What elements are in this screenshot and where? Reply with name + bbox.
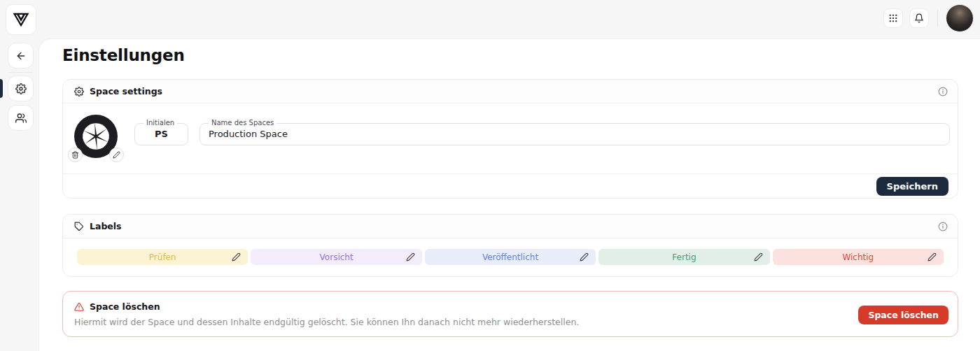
label-chip: Fertig [598, 249, 769, 265]
sidebar-back-button[interactable] [8, 43, 34, 69]
edit-avatar-button[interactable] [109, 148, 124, 162]
warning-triangle-icon [74, 302, 84, 312]
space-settings-card: Space settings [62, 79, 958, 199]
main-panel: Einstellungen Space settings [38, 38, 980, 351]
space-name-input[interactable] [207, 128, 942, 139]
sidebar-item-members[interactable] [8, 105, 34, 131]
labels-info-button[interactable] [937, 220, 949, 233]
labels-title: Labels [90, 221, 122, 231]
gear-icon [15, 83, 27, 94]
initials-field-label: Initialen [144, 120, 177, 127]
tag-icon [74, 222, 84, 231]
pencil-icon [927, 252, 937, 262]
arrow-left-icon [15, 50, 27, 62]
space-settings-header: Space settings [63, 80, 958, 103]
gear-icon [74, 87, 84, 96]
sidebar [0, 38, 38, 351]
notifications-button[interactable] [909, 8, 929, 28]
pencil-icon [113, 151, 120, 159]
remove-avatar-button[interactable] [68, 148, 83, 162]
pencil-icon [406, 252, 415, 262]
label-chip: Prüfen [77, 249, 248, 265]
save-button[interactable]: Speichern [876, 177, 948, 196]
sidebar-divider [8, 72, 33, 73]
label-chip: Wichtig [773, 249, 944, 265]
v-logo-icon [12, 10, 30, 29]
app-root: Einstellungen Space settings [0, 0, 980, 351]
bell-icon [914, 13, 924, 23]
sidebar-active-indicator [0, 79, 3, 98]
space-name-field: Name des Spaces [200, 120, 950, 145]
pencil-icon [754, 252, 763, 262]
space-name-field-label: Name des Spaces [209, 120, 276, 127]
label-chip-text: Fertig [672, 252, 696, 262]
pencil-icon [580, 252, 589, 262]
labels-header: Labels [63, 215, 958, 238]
topbar-divider [937, 10, 938, 27]
topbar-actions [883, 0, 973, 36]
delete-space-title: Space löschen [90, 301, 160, 312]
space-avatar [74, 115, 118, 158]
trash-icon [71, 151, 79, 159]
labels-card: Labels Prüfen Vorsicht Veröffentlicht [62, 214, 958, 277]
edit-label-button[interactable] [754, 249, 763, 265]
space-settings-footer: Speichern [63, 173, 958, 198]
shutter-aperture-icon [80, 120, 112, 152]
app-logo[interactable] [6, 4, 36, 35]
labels-list: Prüfen Vorsicht Veröffentlicht Fertig Wi [63, 238, 958, 265]
initials-input[interactable] [142, 128, 181, 139]
edit-label-button[interactable] [406, 249, 415, 265]
info-icon [938, 222, 948, 231]
apps-grid-button[interactable] [883, 8, 903, 28]
pencil-icon [232, 252, 241, 262]
info-icon [938, 87, 948, 96]
delete-space-card: Space löschen Hiermit wird der Space und… [62, 291, 958, 337]
edit-label-button[interactable] [232, 249, 241, 265]
topbar [0, 0, 980, 38]
space-settings-body: Initialen Name des Spaces [63, 103, 958, 173]
edit-label-button[interactable] [580, 249, 589, 265]
edit-label-button[interactable] [927, 249, 937, 265]
sidebar-item-space-settings[interactable] [8, 76, 34, 101]
delete-space-header: Space löschen [74, 301, 160, 312]
label-chip-text: Wichtig [842, 252, 874, 262]
space-settings-title: Space settings [90, 86, 162, 96]
initials-field: Initialen [134, 120, 188, 145]
page-title: Einstellungen [62, 46, 185, 64]
delete-space-button[interactable]: Space löschen [858, 306, 948, 324]
label-chip-text: Vorsicht [320, 252, 354, 262]
label-chip-text: Veröffentlicht [482, 252, 538, 262]
user-avatar[interactable] [946, 5, 973, 31]
label-chip: Veröffentlicht [425, 249, 596, 265]
label-chip: Vorsicht [251, 249, 421, 265]
space-settings-info-button[interactable] [937, 85, 949, 98]
label-chip-text: Prüfen [149, 252, 176, 262]
delete-space-description: Hiermit wird der Space und dessen Inhalt… [74, 317, 579, 327]
users-icon [15, 113, 27, 124]
apps-grid-icon [888, 13, 898, 23]
